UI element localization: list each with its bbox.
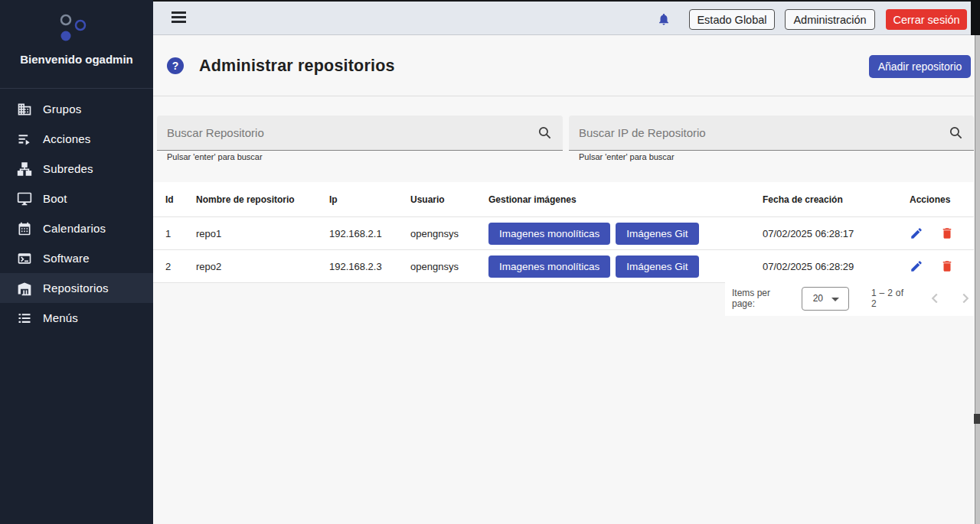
sidebar-divider [0, 88, 153, 89]
sidebar-item-label: Grupos [43, 103, 81, 116]
git-images-button[interactable]: Imágenes Git [616, 223, 698, 245]
welcome-text: Bienvenido ogadmin [0, 53, 153, 66]
monolithic-images-button[interactable]: Imagenes monolíticas [488, 255, 610, 278]
main-content: ? Administrar repositorios Añadir reposi… [153, 35, 974, 524]
sidebar-item-repositorios[interactable]: Repositorios [0, 273, 153, 303]
building-icon [17, 102, 32, 117]
col-header-created: Fecha de creación [763, 194, 910, 205]
sidebar-item-label: Boot [43, 192, 67, 205]
table-header-row: Id Nombre de repositorio Ip Usuario Gest… [153, 182, 974, 217]
col-header-ip: Ip [329, 194, 410, 205]
search-repository-field [157, 116, 563, 151]
sidebar-item-menus[interactable]: Menús [0, 303, 153, 333]
vertical-scrollbar[interactable] [975, 35, 980, 524]
monolithic-images-button[interactable]: Imagenes monolíticas [488, 223, 610, 245]
paginator: Items per page: 20 1 – 2 of 2 [725, 281, 974, 316]
hamburger-menu-icon[interactable] [172, 11, 186, 24]
app-window: Bienvenido ogadmin Grupos Acciones Subre… [0, 0, 980, 524]
edit-icon[interactable] [910, 226, 923, 240]
sidebar-item-boot[interactable]: Boot [0, 184, 153, 213]
list-icon [17, 311, 32, 326]
cell-id: 1 [165, 228, 196, 239]
sidebar-item-acciones[interactable]: Acciones [0, 124, 153, 154]
col-header-id: Id [165, 194, 196, 205]
search-repository-input[interactable] [167, 116, 492, 149]
estado-global-button[interactable]: Estado Global [689, 9, 775, 30]
cell-image-buttons: Imagenes monolíticas Imágenes Git [488, 255, 763, 278]
search-repo-hint: Pulsar 'enter' para buscar [167, 152, 263, 161]
page-size-select[interactable]: 20 [802, 287, 849, 311]
cell-name: repo1 [196, 228, 329, 239]
items-per-page-label: Items per page: [732, 288, 792, 309]
terminal-icon [17, 251, 32, 266]
monitor-icon [17, 191, 32, 207]
actions-icon [17, 132, 32, 147]
cell-created: 07/02/2025 06:28:17 [763, 228, 910, 239]
next-page-icon[interactable] [957, 290, 974, 307]
page-range-label: 1 – 2 of 2 [871, 288, 910, 309]
cell-name: repo2 [196, 261, 329, 272]
col-header-actions: Acciones [910, 194, 974, 205]
col-header-name: Nombre de repositorio [196, 194, 329, 205]
sidebar-item-label: Menús [43, 311, 78, 324]
sidebar-item-grupos[interactable]: Grupos [0, 94, 153, 124]
paginator-nav [926, 290, 974, 307]
sidebar-item-software[interactable]: Software [0, 243, 153, 273]
cell-id: 2 [165, 261, 196, 272]
cell-actions [910, 226, 974, 240]
administracion-button[interactable]: Administración [785, 9, 875, 30]
sidebar-item-label: Subredes [43, 162, 93, 175]
window-corner [971, 0, 980, 35]
col-header-user: Usuario [410, 194, 488, 205]
table-row: 1 repo1 192.168.2.1 opengnsys Imagenes m… [153, 217, 974, 250]
previous-page-icon[interactable] [926, 290, 943, 307]
search-ip-field [569, 116, 974, 151]
cell-ip: 192.168.2.1 [329, 228, 410, 239]
cell-user: opengnsys [410, 261, 488, 272]
cell-image-buttons: Imagenes monolíticas Imágenes Git [488, 223, 763, 245]
opengnsys-logo [0, 11, 153, 46]
repositories-table: Id Nombre de repositorio Ip Usuario Gest… [153, 182, 974, 283]
search-ip-input[interactable] [579, 116, 903, 149]
sidebar-item-subredes[interactable]: Subredes [0, 154, 153, 184]
edit-icon[interactable] [910, 259, 923, 273]
search-icon [949, 125, 963, 140]
sidebar-item-label: Calendarios [43, 222, 106, 235]
add-repository-button[interactable]: Añadir repositorio [869, 55, 971, 78]
logout-button[interactable]: Cerrar sesión [886, 9, 967, 30]
search-ip-hint: Pulsar 'enter' para buscar [579, 152, 675, 161]
delete-icon[interactable] [940, 259, 954, 273]
warehouse-icon [17, 281, 32, 296]
cell-ip: 192.168.2.3 [329, 261, 410, 272]
sidebar-item-label: Software [43, 252, 90, 265]
sidebar-menu: Grupos Acciones Subredes Boot [0, 94, 153, 333]
network-icon [17, 161, 32, 177]
title-divider [153, 96, 974, 96]
scrollbar-thumb[interactable] [974, 414, 980, 424]
sidebar-item-calendarios[interactable]: Calendarios [0, 213, 153, 243]
col-header-images: Gestionar imágenes [488, 194, 763, 205]
calendar-icon [17, 221, 32, 236]
git-images-button[interactable]: Imágenes Git [616, 255, 698, 278]
chevron-down-icon [831, 298, 839, 301]
delete-icon[interactable] [940, 226, 954, 240]
cell-user: opengnsys [410, 228, 488, 239]
search-icon [537, 125, 552, 140]
sidebar-item-label: Repositorios [43, 282, 109, 295]
sidebar-item-label: Acciones [43, 132, 90, 145]
cell-created: 07/02/2025 06:28:29 [763, 261, 910, 272]
table-row: 2 repo2 192.168.2.3 opengnsys Imagenes m… [153, 250, 974, 283]
page-title: Administrar repositorios [199, 57, 395, 76]
notifications-bell-icon[interactable] [657, 11, 671, 27]
page-size-value: 20 [813, 293, 823, 304]
sidebar: Bienvenido ogadmin Grupos Acciones Subre… [0, 0, 153, 524]
topbar: Estado Global Administración Cerrar sesi… [153, 0, 971, 35]
help-icon[interactable]: ? [167, 57, 184, 74]
cell-actions [910, 259, 974, 273]
